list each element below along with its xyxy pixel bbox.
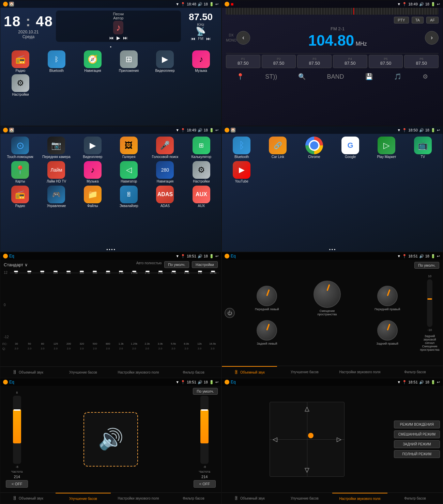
bass-right-slider[interactable] [200, 396, 209, 464]
fm-ta-btn[interactable]: TA [412, 17, 424, 23]
eq-tab-7-filter[interactable]: Фильтр басов [166, 493, 221, 504]
app-chrome[interactable]: Chrome [297, 137, 331, 159]
app-music[interactable]: ♪ Музыка [184, 50, 218, 73]
fm-next-btn[interactable]: › [425, 31, 439, 45]
fm-st-btn[interactable]: ST)) [265, 73, 277, 80]
app-navigation[interactable]: 🧭 Навигация [75, 50, 110, 73]
eq-tab-filter[interactable]: Фильтр басов [166, 367, 221, 378]
mode-full-btn[interactable]: ПОЛНЫЙ РЕЖИМ [394, 450, 440, 458]
back-btn-2[interactable]: ↩ [437, 2, 440, 6]
sound-stage-default-btn[interactable]: По умолч. [414, 262, 439, 269]
bass-default-btn[interactable]: По умолч. [193, 388, 218, 395]
app-play-market[interactable]: ▷ Play Маркет [369, 137, 403, 159]
field-arrow-left[interactable]: ◁ [273, 436, 277, 443]
mode-driving-btn[interactable]: РЕЖИМ ВОЖДЕНИЯ [394, 421, 440, 428]
app-tv[interactable]: 📺 TV [406, 137, 440, 159]
app-touch[interactable]: ⊙ Touch-помощник [3, 137, 37, 159]
window-btn-home[interactable] [3, 2, 8, 6]
app-front-camera[interactable]: 📷 Передняя камера [39, 137, 73, 159]
home-btn-4[interactable]: 🏠 [231, 128, 235, 132]
back-btn-5[interactable]: ↩ [215, 254, 218, 258]
eq-settings-btn[interactable]: Настройки [192, 261, 218, 268]
music-play-btn[interactable]: ▶ [117, 35, 120, 41]
bass-left-slider[interactable] [13, 396, 21, 464]
knob-front-right-control[interactable] [377, 286, 398, 306]
fm-pty-btn[interactable]: PTY [394, 17, 409, 23]
fm-preset-3[interactable]: P3 87.50 [297, 55, 332, 68]
fm-preset-6[interactable]: P6 87.50 [404, 55, 439, 68]
stage-vert-slider[interactable] [427, 279, 432, 327]
app-maps[interactable]: 📍 Карты [3, 161, 37, 184]
fm-preset-2[interactable]: P2 87.50 [262, 55, 296, 68]
back-btn-1[interactable]: ↩ [215, 2, 218, 6]
eq-tab-6-filter[interactable]: Фильтр басов [387, 366, 443, 378]
field-arrow-right[interactable]: ▷ [337, 436, 341, 443]
mode-mixed-btn[interactable]: СМЕШАННЫЙ РЕЖИМ [394, 430, 440, 438]
window-btn-5[interactable] [3, 254, 8, 258]
eq-tab-8-field[interactable]: Настройки звукового поля [332, 493, 387, 504]
radio-prev-btn[interactable]: ⏮ [191, 36, 195, 41]
home-btn-3[interactable]: 🏠 [9, 128, 14, 132]
app-music2[interactable]: ♪ Музыка [76, 161, 110, 184]
back-btn-8[interactable]: ↩ [437, 380, 440, 384]
window-btn-2[interactable] [225, 2, 229, 6]
app-equalizer[interactable]: 🎚 Эквалайзер [112, 186, 146, 208]
music-prev-btn[interactable]: ⏮ [109, 35, 114, 41]
app-aux[interactable]: AUX AUX [184, 186, 218, 208]
back-btn-6[interactable]: ↩ [437, 254, 440, 258]
eq-tab-main[interactable]: 🎚 Объемный звук [0, 367, 56, 378]
app-google[interactable]: G Google [333, 137, 367, 159]
app-navigator[interactable]: ◁ Навигатор [112, 161, 146, 184]
mode-rear-btn[interactable]: ЗАДНИЙ РЕЖИМ [394, 440, 440, 448]
eq-tab-7-field[interactable]: Настройки звукового поля [111, 493, 166, 504]
eq-tab-bass[interactable]: Улучшение басов [56, 367, 111, 378]
power-button[interactable]: ⏻ [225, 308, 235, 318]
back-btn-3[interactable]: ↩ [215, 128, 218, 132]
fm-settings-btn[interactable]: ⚙ [423, 73, 428, 80]
window-btn-3[interactable] [3, 128, 8, 132]
back-btn-4[interactable]: ↩ [437, 128, 440, 132]
eq-tab-7-main[interactable]: 🎚 Объемный звук [0, 493, 56, 504]
radio-next-btn[interactable]: ⏭ [206, 36, 211, 41]
window-btn-6[interactable] [225, 254, 229, 258]
window-btn-7[interactable] [3, 380, 8, 384]
fm-save-btn[interactable]: 💾 [365, 73, 373, 80]
window-btn-8[interactable] [225, 380, 229, 384]
app-voice-search[interactable]: 🎤 Голосовой поиск [148, 137, 182, 159]
fm-search-btn[interactable]: 🔍 [298, 73, 306, 80]
eq-tab-field[interactable]: Настройки звукового поля [111, 367, 166, 378]
field-arrow-down[interactable]: ▽ [305, 466, 309, 474]
fm-band-btn[interactable]: BAND [327, 73, 344, 80]
app-adas[interactable]: ADAS ADAS [148, 186, 182, 208]
fm-loc-btn[interactable]: 📍 [236, 73, 244, 80]
app-settings[interactable]: ⚙ Настройки [3, 74, 38, 97]
app-radio[interactable]: 📻 Радио [3, 50, 38, 73]
eq-tab-7-bass[interactable]: Улучшение басов [56, 493, 111, 504]
close-icon-2[interactable]: ■ [231, 1, 233, 7]
eq-tab-8-main[interactable]: 🎚 Объемный звук [222, 493, 277, 504]
music-player[interactable]: Песни Автор ♪ ⏮ ▶ ⏭ [56, 11, 181, 42]
app-videoplayer[interactable]: ▶ Видеоплеер [148, 50, 182, 73]
fm-eq-btn[interactable]: 🎵 [394, 73, 401, 80]
app-navigation2[interactable]: 280 Навигация [148, 161, 182, 184]
eq-tab-8-filter[interactable]: Фильтр басов [387, 493, 443, 504]
app-radio2[interactable]: 📻 Радио [3, 186, 37, 208]
fm-af-btn[interactable]: AF [426, 17, 439, 23]
fm-prev-btn[interactable]: ‹ [236, 31, 250, 45]
fm-preset-1[interactable]: P1 87.50 [226, 55, 260, 68]
app-youtube[interactable]: ▶ YouTube [225, 161, 259, 184]
app-ctrl[interactable]: 🎮 Управление [39, 186, 73, 208]
music-next-btn[interactable]: ⏭ [123, 35, 128, 41]
app-apps[interactable]: ⊞ Приложения [111, 50, 146, 73]
back-btn-7[interactable]: ↩ [215, 380, 218, 384]
app-bluetooth[interactable]: ᛒ Bluetooth [39, 50, 74, 73]
app-bt2[interactable]: ᛒ Bluetooth [225, 137, 259, 159]
eq-tab-8-bass[interactable]: Улучшение басов [277, 493, 332, 504]
eq-tab-6-bass[interactable]: Улучшение басов [277, 366, 332, 378]
knob-front-left-control[interactable] [257, 286, 277, 306]
eq-tab-6-main[interactable]: 🎚 Объемный звук [222, 366, 277, 378]
app-carlink[interactable]: 🔗 Car Link [261, 137, 295, 159]
eq-default-btn[interactable]: По умолч. [164, 261, 189, 268]
window-btn-4[interactable] [225, 128, 229, 132]
app-gallery[interactable]: 🖼 Галерея [112, 137, 146, 159]
